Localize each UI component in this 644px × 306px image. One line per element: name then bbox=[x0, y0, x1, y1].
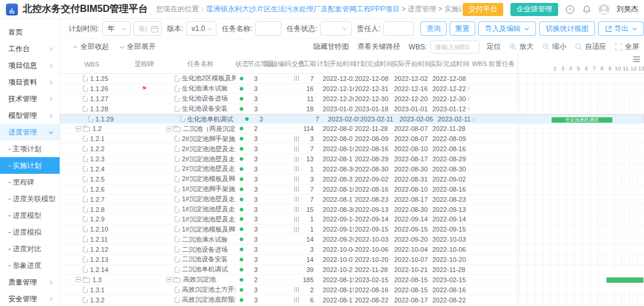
sidebar-item[interactable]: - 形象进度 bbox=[0, 257, 60, 274]
sidebar-item[interactable]: - 进度模型 bbox=[0, 207, 60, 224]
expand-all-button[interactable]: 全部展开 bbox=[117, 42, 156, 52]
bell-icon[interactable] bbox=[582, 5, 592, 14]
gantt-row[interactable] bbox=[518, 74, 644, 83]
col-node-level[interactable]: 节点等级 bbox=[247, 60, 264, 68]
gantt-row[interactable]: 生化池单机调试 bbox=[523, 115, 640, 124]
task-name-cell[interactable]: 1#沉淀池池壁及走道板模板 bbox=[165, 205, 236, 214]
gantt-row[interactable] bbox=[518, 185, 644, 194]
gantt-row[interactable] bbox=[518, 94, 644, 104]
sidebar-item[interactable]: 模型管理 bbox=[0, 107, 60, 124]
enterprise-management-button[interactable]: 企业级管理 bbox=[510, 3, 558, 16]
table-row[interactable]: 1.1.27 ⚑ 生化池设备进场 3 11 2022-12-20 2022-12… bbox=[60, 94, 644, 104]
col-level-code[interactable]: 层级编码 bbox=[264, 60, 292, 68]
wbs-cell[interactable]: 1.1.26 bbox=[60, 84, 123, 93]
wbs-cell[interactable]: 1.2.2 bbox=[60, 144, 123, 154]
col-duration[interactable]: 工期 bbox=[302, 60, 317, 68]
locate-button[interactable]: 定位 bbox=[487, 42, 501, 52]
col-overlap[interactable]: 交叠 bbox=[292, 60, 302, 68]
sidebar-item[interactable]: 安全管理 bbox=[0, 291, 60, 306]
task-name-cell[interactable]: 生化池满水试验 bbox=[165, 84, 236, 93]
table-row[interactable]: 1.2.1 ⚑ 2#沉淀池脚手架施工 3 3 2022-08-07 2022-0… bbox=[60, 134, 644, 144]
collapse-toggle-icon[interactable] bbox=[166, 126, 172, 132]
task-name-cell[interactable]: 2#沉淀池池壁及走道板模板 bbox=[165, 154, 236, 164]
gantt-row[interactable] bbox=[518, 144, 644, 154]
breadcrumb-project-link[interactable]: 莲洲镇永利大沙片区生活污水处理厂及配套管网工程PPP项目 bbox=[206, 5, 400, 13]
wbs-cell[interactable]: 1.2.10 bbox=[60, 224, 123, 234]
sidebar-item[interactable]: - 进度关联模型 bbox=[0, 191, 60, 207]
fullscreen-button[interactable]: 全屏 bbox=[615, 42, 639, 52]
col-plan-start[interactable]: 计划开始时间 bbox=[317, 60, 354, 68]
wbs-cell[interactable]: 1.2.9 bbox=[60, 214, 123, 224]
gantt-row[interactable] bbox=[518, 235, 644, 244]
gantt-row[interactable] bbox=[518, 195, 644, 204]
wbs-cell[interactable]: 1.2.1 bbox=[60, 134, 123, 143]
gantt-row[interactable] bbox=[518, 134, 644, 143]
zoom-out-button[interactable]: 缩小 bbox=[542, 42, 566, 52]
task-name-cell[interactable]: 二沉池设备安装 bbox=[165, 255, 236, 264]
task-name-cell[interactable]: 二沉池（两座沉淀池） bbox=[165, 124, 236, 133]
table-row[interactable]: 1.1.26 ⚑ 生化池满水试验 3 16 2022-12-16 2022-12… bbox=[60, 84, 644, 94]
task-name-cell[interactable]: 2#沉淀池模板及脚手架拆除 bbox=[165, 174, 236, 184]
table-row[interactable]: 1.2.10 ⚑ 1#沉淀池模板及脚手架拆除 3 1 2022-09-15 20… bbox=[60, 224, 644, 235]
table-row[interactable]: 1.2.12 ⚑ 二沉池设备进场 3 3 2022-10-04 2022-10-… bbox=[60, 245, 644, 255]
sidebar-item[interactable]: 质量管理 bbox=[0, 274, 60, 291]
sidebar-item[interactable]: - 进度对比 bbox=[0, 241, 60, 257]
table-row[interactable]: 1.2.5 ⚑ 2#沉淀池模板及脚手架拆除 3 3 2022-08-31 202… bbox=[60, 174, 644, 185]
username[interactable]: 刘昊杰 bbox=[617, 4, 638, 14]
table-row[interactable]: 1.2 ⚑ 二沉池（两座沉淀池） 2 114 2022-08-07 2022-1… bbox=[60, 124, 644, 134]
plan-time-select[interactable]: 年 bbox=[102, 21, 131, 36]
table-row[interactable]: 1.2.7 ⚑ 1#沉淀池池壁及走道板钢筋 3 7 2022-08-17 202… bbox=[60, 195, 644, 205]
wbs-cell[interactable]: 1.3 bbox=[60, 275, 123, 285]
task-name-cell[interactable]: 生化池设备安装 bbox=[165, 104, 236, 114]
sidebar-item[interactable]: 首页 bbox=[0, 24, 60, 40]
collapse-toggle-icon[interactable] bbox=[76, 126, 81, 132]
table-row[interactable]: 1.1.29 ⚑ 生化池单机调试 3 7 2023-02-05 2023-02-… bbox=[60, 114, 644, 124]
gantt-settings-icon[interactable] bbox=[633, 57, 640, 62]
gantt-row[interactable] bbox=[518, 84, 644, 93]
col-plan-end[interactable]: 计划完成时间 bbox=[354, 60, 392, 68]
table-row[interactable]: 1.2.11 ⚑ 二沉池满水试验 3 14 2022-09-20 2022-10… bbox=[60, 235, 644, 245]
sidebar-item[interactable]: - 实施计划 bbox=[0, 157, 60, 174]
table-row[interactable]: 1.2.4 ⚑ 2#沉淀池池壁及走道板混凝土 3 1 2022-08-30 20… bbox=[60, 164, 644, 174]
wbs-cell[interactable]: 1.2.3 bbox=[60, 154, 123, 164]
col-actual-end[interactable]: 实际完成时间 bbox=[430, 60, 469, 68]
gantt-bar[interactable] bbox=[606, 277, 643, 283]
sidebar-item[interactable]: - 进度模拟 bbox=[0, 224, 60, 241]
wbs-cell[interactable]: 1.1.25 bbox=[60, 74, 123, 83]
task-status-select[interactable] bbox=[320, 21, 352, 36]
table-row[interactable]: 1.2.3 ⚑ 2#沉淀池池壁及走道板模板 3 13 2022-08-17 20… bbox=[60, 154, 644, 164]
collapse-all-button[interactable]: 全部收起 bbox=[71, 42, 109, 52]
wbs-cell[interactable]: 1.2 bbox=[60, 124, 123, 133]
sidebar-item[interactable]: - 主项计划 bbox=[0, 140, 60, 157]
gantt-row[interactable] bbox=[518, 174, 644, 184]
owner-field[interactable] bbox=[384, 22, 413, 35]
wbs-cell[interactable]: 1.1.29 bbox=[66, 115, 129, 124]
col-wbs[interactable]: WBS bbox=[60, 61, 123, 68]
wbs-input[interactable] bbox=[431, 40, 479, 54]
task-name-cell[interactable]: 1#沉淀池模板及脚手架拆除 bbox=[165, 224, 236, 234]
table-row[interactable]: 1.2.6 ⚑ 1#沉淀池脚手架施工 3 7 2022-08-10 2022-0… bbox=[60, 185, 644, 195]
task-name-cell[interactable]: 高效沉淀池 bbox=[165, 275, 236, 285]
collapse-toggle-icon[interactable] bbox=[166, 277, 172, 282]
fit-button[interactable]: 自适应 bbox=[575, 42, 606, 52]
gantt-row[interactable] bbox=[518, 255, 644, 264]
wbs-cell[interactable]: 1.2.5 bbox=[60, 174, 123, 184]
gantt-row[interactable] bbox=[518, 295, 644, 305]
export-button[interactable]: 导出 bbox=[598, 21, 644, 36]
table-row[interactable]: 1.2.8 ⚑ 1#沉淀池池壁及走道板模板 3 15 2022-08-30 20… bbox=[60, 205, 644, 215]
task-name-cell[interactable]: 高效沉淀池底部预埋管施工 bbox=[165, 295, 236, 305]
wbs-cell[interactable]: 1.2.7 bbox=[60, 195, 123, 204]
col-task-name[interactable]: 任务名称 bbox=[165, 60, 236, 68]
table-row[interactable]: 1.3.1 ⚑ 高效沉淀池土方开挖及放坡 3 2 2022-08-15 2022… bbox=[60, 285, 644, 295]
task-name-cell[interactable]: 1#沉淀池池壁及走道板钢筋 bbox=[165, 195, 236, 204]
table-row[interactable]: 1.1.25 ⚑ 生化池2区模板及脚手架拆除 3 7 2022-12-02 20… bbox=[60, 74, 644, 84]
zoom-in-button[interactable]: 放大 bbox=[509, 42, 534, 52]
table-row[interactable]: 1.2.9 ⚑ 1#沉淀池池壁及走道板混凝土 3 1 2022-09-14 20… bbox=[60, 214, 644, 224]
user-avatar[interactable] bbox=[599, 4, 609, 15]
gantt-row[interactable] bbox=[518, 265, 644, 274]
wbs-cell[interactable]: 1.2.14 bbox=[60, 265, 123, 274]
gantt-row[interactable] bbox=[518, 224, 644, 234]
wbs-cell[interactable]: 1.1.28 bbox=[60, 104, 123, 114]
gantt-row[interactable] bbox=[518, 285, 644, 295]
wbs-field[interactable] bbox=[431, 41, 479, 53]
